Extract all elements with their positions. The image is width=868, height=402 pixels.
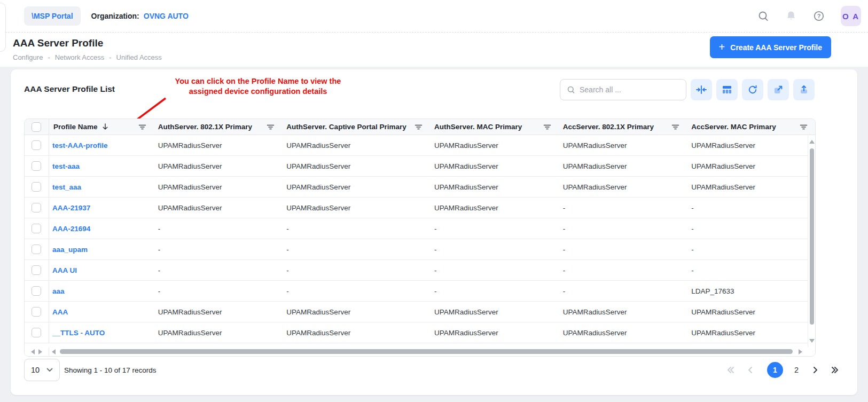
page-button-1[interactable]: 1 (767, 362, 783, 378)
scroll-down-arrow[interactable] (809, 339, 815, 343)
table-cell: UPAMRadiusServer (687, 156, 815, 176)
table-cell: - (687, 218, 815, 239)
refresh-button[interactable] (742, 79, 763, 100)
filter-icon[interactable] (671, 123, 679, 131)
column-header[interactable]: AuthServer. 802.1X Primary (154, 119, 283, 135)
table-cell: UPAMRadiusServer (559, 135, 687, 155)
breadcrumb-item[interactable]: Network Access (55, 53, 104, 61)
profile-name-link[interactable]: AAA UI (52, 266, 77, 274)
avatar[interactable]: O A (841, 6, 861, 26)
collapse-columns-button[interactable] (691, 79, 712, 100)
row-checkbox[interactable] (32, 245, 41, 254)
column-header[interactable]: AuthServer. Captive Portal Primary (282, 119, 430, 135)
frozen-column-scroll-controls (25, 348, 49, 356)
table-cell: - (430, 218, 559, 239)
help-icon[interactable]: ? (813, 10, 825, 22)
filter-icon[interactable] (543, 123, 551, 131)
row-checkbox[interactable] (32, 265, 41, 275)
profile-name-link[interactable]: __TTLS - AUTO (52, 329, 105, 337)
horizontal-scrollbar-thumb[interactable] (60, 349, 793, 354)
table-cell: - (282, 260, 430, 280)
first-page-button[interactable] (725, 366, 735, 374)
row-checkbox[interactable] (32, 182, 41, 192)
table-cell: UPAMRadiusServer (687, 135, 815, 155)
scroll-left-arrow[interactable] (52, 349, 56, 354)
profile-name-link[interactable]: AAA (52, 308, 68, 316)
row-checkbox[interactable] (32, 203, 41, 212)
profile-name-link[interactable]: aaa_upam (52, 246, 88, 254)
annotation-line1: You can click on the Profile Name to vie… (162, 76, 354, 86)
annotation-text: You can click on the Profile Name to vie… (162, 76, 354, 96)
horizontal-scrollbar[interactable] (25, 348, 815, 356)
column-header[interactable]: Profile Name (49, 119, 154, 135)
filter-icon[interactable] (267, 123, 275, 131)
table-cell: UPAMRadiusServer (282, 302, 430, 322)
next-page-button[interactable] (810, 366, 819, 374)
table-row: aaa_upam----- (25, 239, 815, 260)
row-checkbox[interactable] (32, 161, 41, 171)
breadcrumb-item[interactable]: Configure (13, 53, 43, 61)
last-page-button[interactable] (831, 366, 840, 374)
search-input[interactable] (580, 85, 679, 94)
column-chooser-button[interactable] (716, 79, 738, 100)
search-icon (567, 85, 575, 94)
breadcrumb-separator: - (48, 53, 50, 61)
profile-name-cell: AAA (49, 302, 154, 322)
select-all-checkbox[interactable] (32, 122, 41, 132)
table-cell: - (430, 239, 559, 259)
column-header-label: AuthServer. 802.1X Primary (158, 123, 252, 131)
search-icon[interactable] (757, 10, 769, 22)
table-cell: LDAP_17633 (687, 281, 815, 301)
scroll-up-arrow[interactable] (809, 140, 815, 144)
aaa-server-profile-card: AAA Server Profile List You can click on… (11, 69, 857, 395)
row-checkbox[interactable] (32, 286, 41, 296)
scroll-right-arrow[interactable] (799, 349, 802, 354)
table-cell: - (687, 198, 815, 218)
profile-name-link[interactable]: AAA-21694 (52, 225, 90, 233)
list-title: AAA Server Profile List (24, 84, 115, 94)
organization-value[interactable]: OVNG AUTO (144, 12, 189, 20)
profile-name-cell: test_aaa (49, 177, 154, 197)
row-checkbox[interactable] (32, 140, 41, 150)
table-cell: UPAMRadiusServer (559, 322, 687, 343)
profile-name-link[interactable]: AAA-21937 (52, 204, 90, 212)
page-button-2[interactable]: 2 (794, 366, 799, 374)
row-checkbox-cell (25, 260, 49, 280)
filter-icon[interactable] (138, 123, 146, 131)
profile-name-link[interactable]: test-aaa (52, 162, 80, 170)
filter-icon[interactable] (415, 123, 423, 131)
prev-page-button[interactable] (746, 366, 756, 374)
profile-name-link[interactable]: test_aaa (52, 183, 81, 191)
row-checkbox[interactable] (32, 224, 41, 233)
collapsed-panel-edge (0, 3, 6, 52)
vertical-scrollbar-thumb[interactable] (810, 148, 814, 325)
export-button[interactable] (768, 79, 789, 100)
sort-desc-icon[interactable] (101, 123, 109, 131)
column-header[interactable]: AccServer. 802.1X Primary (559, 119, 687, 135)
table-cell: UPAMRadiusServer (559, 156, 687, 176)
create-aaa-server-profile-button[interactable]: + Create AAA Server Profile (710, 36, 831, 58)
scroll-right-arrow[interactable] (38, 349, 42, 354)
breadcrumb-item[interactable]: Unified Access (116, 53, 162, 61)
upload-icon (799, 84, 809, 95)
upload-button[interactable] (793, 79, 815, 100)
scroll-left-arrow[interactable] (31, 349, 35, 354)
row-checkbox-cell (25, 135, 49, 155)
table-cell: - (559, 198, 687, 218)
profile-name-cell: aaa (49, 281, 154, 301)
filter-icon[interactable] (800, 123, 808, 131)
organization-label: Organization: (91, 12, 139, 20)
row-checkbox[interactable] (32, 328, 41, 337)
msp-portal-button[interactable]: \MSP Portal (24, 6, 81, 26)
table-cell: - (430, 281, 559, 301)
page-size-select[interactable]: 10 (24, 359, 60, 381)
profile-name-link[interactable]: aaa (52, 287, 65, 295)
vertical-scrollbar[interactable] (808, 136, 815, 347)
column-header[interactable]: AccServer. MAC Primary (687, 119, 815, 135)
notifications-bell-icon[interactable] (785, 10, 797, 22)
table-cell: UPAMRadiusServer (559, 302, 687, 322)
profile-name-link[interactable]: test-AAA-profile (52, 141, 108, 149)
table-cell: - (154, 218, 283, 239)
column-header[interactable]: AuthServer. MAC Primary (430, 119, 559, 135)
row-checkbox[interactable] (32, 307, 41, 317)
